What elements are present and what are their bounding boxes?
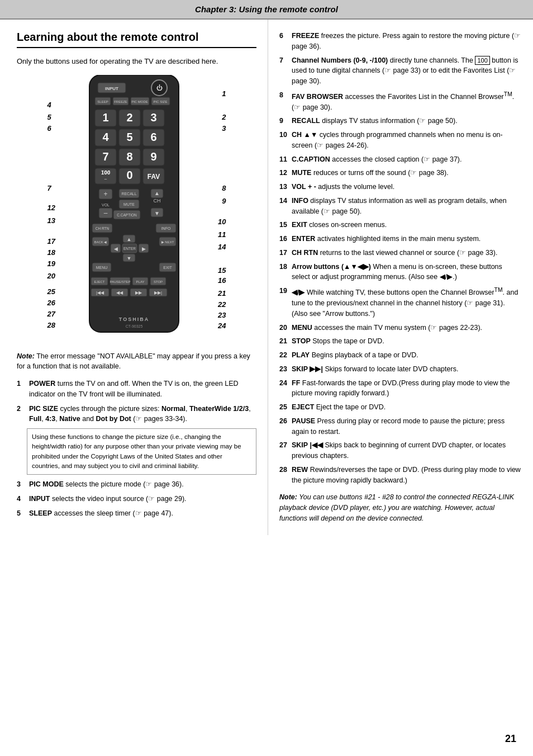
svg-text:◀: ◀ <box>113 246 117 252</box>
callout-5: 5 <box>47 113 51 121</box>
svg-text:PIC SIZE: PIC SIZE <box>153 100 167 103</box>
svg-text:CH RTN: CH RTN <box>95 226 109 230</box>
remote-wrapper: 4 5 6 7 12 13 17 18 19 20 25 26 27 28 1 … <box>47 75 226 343</box>
warning-box: Using these functions to change the pict… <box>27 428 256 475</box>
svg-text:RECALL: RECALL <box>121 192 136 196</box>
svg-text:▶▶: ▶▶ <box>135 290 142 295</box>
svg-text:PAUSE/STEP: PAUSE/STEP <box>110 280 130 284</box>
callout-11: 11 <box>218 230 226 239</box>
callout-20: 20 <box>47 272 55 280</box>
page-number: 21 <box>505 733 516 745</box>
remote-diagram: 4 5 6 7 12 13 17 18 19 20 25 26 27 28 1 … <box>17 75 256 343</box>
svg-text:PIC MODE: PIC MODE <box>131 100 148 103</box>
callout-25: 25 <box>47 287 55 296</box>
list-item: 24 FF Fast-forwards the tape or DVD.(Pre… <box>279 378 522 399</box>
bottom-note: Note: You can use buttons #21 - #28 to c… <box>279 492 522 523</box>
svg-text:▲: ▲ <box>154 190 160 196</box>
svg-text:1: 1 <box>102 111 108 124</box>
callout-15: 15 <box>218 266 226 275</box>
callout-6: 6 <box>47 124 51 133</box>
svg-text:CH: CH <box>153 198 160 204</box>
list-item: 1 POWER turns the TV on and off. When th… <box>17 379 256 400</box>
note1-text: The error message "NOT AVAILABLE" may ap… <box>17 352 250 371</box>
note1: Note: The error message "NOT AVAILABLE" … <box>17 351 256 372</box>
callout-14: 14 <box>218 243 226 251</box>
callout-27: 27 <box>47 310 55 318</box>
callout-16: 16 <box>218 276 226 285</box>
list-item: 9 RECALL displays TV status information … <box>279 116 522 126</box>
svg-text:▶▶|: ▶▶| <box>154 290 161 295</box>
items-list-left: 1 POWER turns the TV on and off. When th… <box>17 379 256 518</box>
svg-text:◀◀: ◀◀ <box>116 290 123 295</box>
svg-text:9: 9 <box>150 150 156 163</box>
svg-text:3: 3 <box>150 111 156 124</box>
svg-text:5: 5 <box>126 131 132 143</box>
items-list-right: 6 FREEZE freezes the picture. Press agai… <box>279 31 522 485</box>
list-item: 19 ◀/▶ While watching TV, these buttons … <box>279 286 522 319</box>
left-column: Learning about the remote control Only t… <box>0 20 268 535</box>
list-item: 21 STOP Stops the tape or DVD. <box>279 336 522 347</box>
right-column: 6 FREEZE freezes the picture. Press agai… <box>268 20 533 535</box>
svg-text:–: – <box>104 176 107 181</box>
list-item: 6 FREEZE freezes the picture. Press agai… <box>279 31 522 52</box>
callout-12: 12 <box>47 204 55 212</box>
callout-19: 19 <box>47 259 55 268</box>
list-item: 11 C.CAPTION accesses the closed caption… <box>279 154 522 165</box>
svg-text:2: 2 <box>126 111 132 124</box>
remote-svg: INPUT ⏻ SLEEP FREEZE PIC MODE <box>78 75 190 343</box>
list-item: 16 ENTER activates highlighted items in … <box>279 234 522 244</box>
list-item: 3 PIC MODE selects the picture mode (☞ p… <box>17 479 256 490</box>
svg-text:VOL: VOL <box>101 203 109 207</box>
svg-text:ENTER: ENTER <box>123 247 135 251</box>
list-item: 4 INPUT selects the video input source (… <box>17 494 256 504</box>
list-item: 27 SKIP |◀◀ Skips back to beginning of c… <box>279 440 522 461</box>
svg-text:SLEEP: SLEEP <box>97 100 108 103</box>
svg-text:MUTE: MUTE <box>123 202 135 206</box>
svg-text:1̄0̄0̄: 1̄0̄0̄ <box>101 171 110 176</box>
svg-text:STOP: STOP <box>153 280 162 284</box>
intro-text: Only the buttons used for operating the … <box>17 56 256 67</box>
list-item: 10 CH ▲▼ cycles through programmed chann… <box>279 130 522 151</box>
svg-text:⏻: ⏻ <box>156 84 162 91</box>
svg-text:MENU: MENU <box>96 266 107 270</box>
callout-8: 8 <box>222 184 226 192</box>
callout-10: 10 <box>218 218 226 226</box>
callout-7: 7 <box>47 184 51 192</box>
list-item: 22 PLAY Begins playback of a tape or DVD… <box>279 350 522 361</box>
list-item: 8 FAV BROWSER accesses the Favorites Lis… <box>279 90 522 113</box>
callout-9: 9 <box>222 197 226 205</box>
list-item: 13 VOL + - adjusts the volume level. <box>279 182 522 192</box>
svg-text:8: 8 <box>126 150 132 163</box>
callout-1: 1 <box>222 89 226 98</box>
svg-text:▼: ▼ <box>126 256 131 261</box>
callout-23: 23 <box>218 311 226 319</box>
svg-text:EJECT: EJECT <box>94 280 104 284</box>
svg-text:INPUT: INPUT <box>105 86 118 91</box>
chapter-header: Chapter 3: Using the remote control <box>0 0 533 20</box>
list-item: 12 MUTE reduces or turns off the sound (… <box>279 168 522 178</box>
bottom-note-text: You can use buttons #21 - #28 to control… <box>279 493 514 522</box>
svg-text:CT-90325: CT-90325 <box>125 324 142 328</box>
list-item: 28 REW Rewinds/reverses the tape or DVD.… <box>279 465 522 486</box>
callout-21: 21 <box>218 289 226 297</box>
svg-text:INFO: INFO <box>161 226 170 230</box>
svg-text:▼: ▼ <box>154 210 160 216</box>
list-item: 26 PAUSE Press during play or record mod… <box>279 416 522 437</box>
bottom-note-label: Note: <box>279 493 297 501</box>
list-item: 17 CH RTN returns to the last viewed cha… <box>279 248 522 258</box>
callout-24: 24 <box>218 322 226 330</box>
svg-text:▶ NEXT: ▶ NEXT <box>161 240 174 244</box>
svg-text:TOSHIBA: TOSHIBA <box>118 316 149 322</box>
svg-text:FREEZE: FREEZE <box>114 100 127 103</box>
list-item: 23 SKIP ▶▶| Skips forward to locate late… <box>279 364 522 375</box>
list-item: 2 PIC SIZE cycles through the picture si… <box>17 404 256 425</box>
svg-text:▲: ▲ <box>126 237 131 242</box>
svg-text:C.CAPTION: C.CAPTION <box>117 213 137 217</box>
svg-text:PLAY: PLAY <box>136 280 144 284</box>
callout-2: 2 <box>222 113 226 121</box>
callout-4: 4 <box>47 101 51 109</box>
list-item: 18 Arrow buttons (▲▼◀▶) When a menu is o… <box>279 262 522 283</box>
list-item: 20 MENU accesses the main TV menu system… <box>279 323 522 333</box>
note1-label: Note: <box>17 352 35 360</box>
svg-text:7: 7 <box>102 150 108 163</box>
